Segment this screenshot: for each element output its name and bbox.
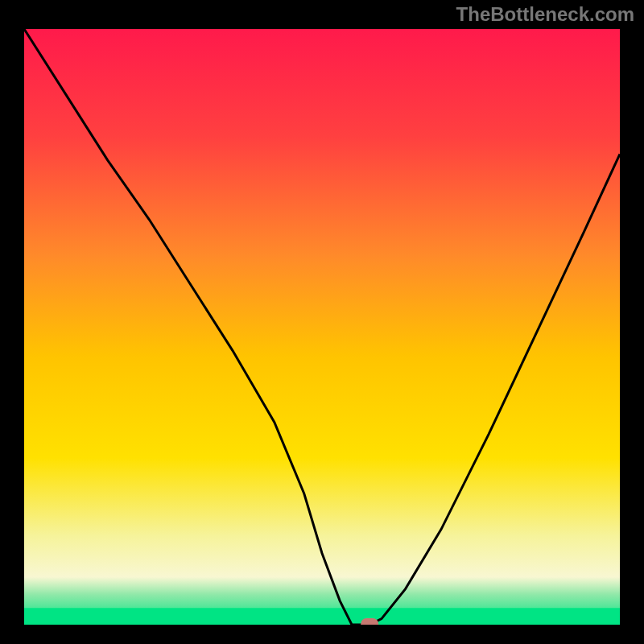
- bottleneck-chart: [0, 26, 644, 644]
- chart-canvas: [24, 29, 620, 625]
- watermark-text: TheBottleneck.com: [0, 0, 644, 26]
- green-threshold-band: [24, 608, 620, 625]
- gradient-background: [24, 29, 620, 625]
- current-config-marker: [361, 618, 378, 625]
